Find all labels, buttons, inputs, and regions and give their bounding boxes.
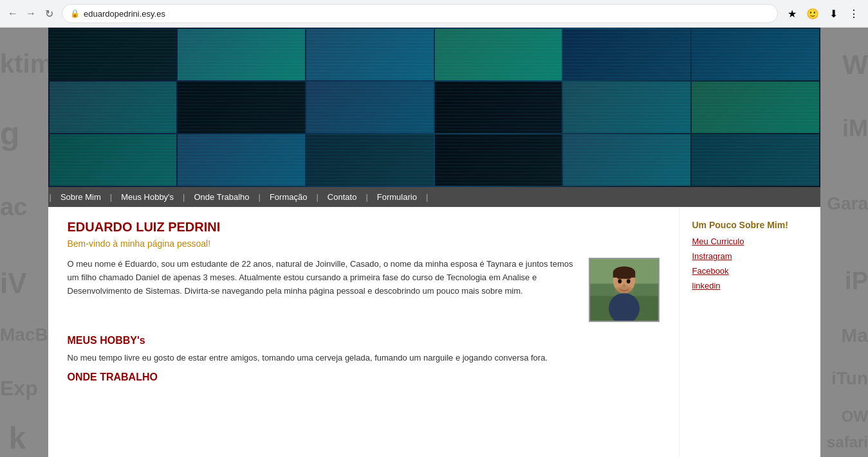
office-window xyxy=(692,29,819,80)
office-window xyxy=(435,29,562,80)
word-cloud-word: safari xyxy=(827,433,868,451)
office-window xyxy=(50,29,177,80)
sidebar-link-instagram[interactable]: Instragram xyxy=(692,251,808,261)
word-cloud-word: OW xyxy=(842,408,868,426)
office-window xyxy=(563,29,690,80)
nav-separator: | xyxy=(109,187,113,207)
svg-point-6 xyxy=(618,279,622,283)
sidebar-link-linkedin[interactable]: linkedin xyxy=(692,281,808,291)
word-cloud-word: W xyxy=(842,49,868,80)
office-window xyxy=(692,134,819,186)
trabalho-heading: ONDE TRABALHO xyxy=(68,372,660,383)
office-window xyxy=(563,134,690,186)
bio-text: O meu nome é Eduardo, sou um estudante d… xyxy=(68,258,576,322)
office-window xyxy=(306,134,434,186)
office-window xyxy=(50,134,177,186)
office-window xyxy=(178,29,305,80)
office-window xyxy=(178,82,305,133)
nav-item-formulario[interactable]: Formulario xyxy=(369,187,425,207)
word-cloud-word: ac xyxy=(0,193,27,221)
hobbys-heading: MEUS HOBBY's xyxy=(68,335,660,346)
profile-photo xyxy=(589,258,660,322)
profile-svg xyxy=(590,259,658,321)
address-bar[interactable]: 🔒 eduardopedrini.esy.es xyxy=(62,4,778,23)
nav-buttons: ← → ↻ xyxy=(5,6,57,21)
svg-rect-8 xyxy=(617,278,622,279)
nav-separator: | xyxy=(425,187,429,207)
svg-rect-5 xyxy=(613,273,635,278)
nav-item-sobre-mim[interactable]: Sobre Mim xyxy=(53,187,109,207)
url-text: eduardopedrini.esy.es xyxy=(84,9,770,19)
nav-bar: | Sobre Mim | Meus Hobby's | Onde Trabal… xyxy=(48,187,820,207)
page-title: EDUARDO LUIZ PEDRINI xyxy=(68,220,660,235)
word-cloud-word: k xyxy=(8,420,26,456)
nav-item-meus-hobbys[interactable]: Meus Hobby's xyxy=(113,187,181,207)
word-cloud-word: iM xyxy=(842,115,868,142)
site-content: | Sobre Mim | Meus Hobby's | Onde Trabal… xyxy=(48,28,820,457)
svg-point-7 xyxy=(626,279,630,283)
svg-point-13 xyxy=(614,286,633,294)
office-window xyxy=(178,134,305,186)
reload-button[interactable]: ↻ xyxy=(41,6,57,21)
bookmark-button[interactable]: ★ xyxy=(783,4,801,22)
bio-section: O meu nome é Eduardo, sou um estudante d… xyxy=(68,258,660,322)
menu-button[interactable]: ⋮ xyxy=(845,4,863,22)
nav-separator: | xyxy=(315,187,319,207)
word-cloud-word: iP xyxy=(845,267,868,295)
nav-item-onde-trabalho[interactable]: Onde Trabalho xyxy=(187,187,257,207)
hero-banner xyxy=(48,28,820,187)
word-cloud-word: g xyxy=(0,115,20,152)
back-button[interactable]: ← xyxy=(5,6,21,21)
browser-actions: ★ 🙂 ⬇ ⋮ xyxy=(783,4,863,22)
browser-chrome: ← → ↻ 🔒 eduardopedrini.esy.es ★ 🙂 ⬇ ⋮ xyxy=(0,0,868,28)
main-layout: EDUARDO LUIZ PEDRINI Bem-vindo à minha p… xyxy=(48,207,820,457)
forward-button[interactable]: → xyxy=(23,6,39,21)
account-button[interactable]: 🙂 xyxy=(804,4,822,22)
word-cloud-word: iV xyxy=(0,267,27,300)
browser-toolbar: ← → ↻ 🔒 eduardopedrini.esy.es ★ 🙂 ⬇ ⋮ xyxy=(0,0,868,27)
nav-item-contato[interactable]: Contato xyxy=(320,187,365,207)
nav-separator: | xyxy=(48,187,53,207)
word-cloud-word: ktim xyxy=(0,49,53,78)
svg-rect-9 xyxy=(625,278,631,279)
office-window xyxy=(435,82,562,133)
nav-separator: | xyxy=(364,187,369,207)
hobbys-text: No meu tempo livre eu gosto de estar ent… xyxy=(68,352,660,365)
word-cloud-word: Gara xyxy=(827,193,868,214)
content-area: EDUARDO LUIZ PEDRINI Bem-vindo à minha p… xyxy=(48,207,679,457)
nav-item-formacao[interactable]: Formação xyxy=(262,187,315,207)
word-cloud-word: Exp xyxy=(0,377,38,400)
lock-icon: 🔒 xyxy=(70,9,80,18)
page-subtitle: Bem-vindo à minha página pessoal! xyxy=(68,238,660,249)
page-wrapper: ktim g ac iV MacBook Exp k W iM Gara iP … xyxy=(0,28,868,457)
sidebar-link-curriculo[interactable]: Meu Curriculo xyxy=(692,237,808,246)
office-window xyxy=(692,82,819,133)
sidebar-link-facebook[interactable]: Facebook xyxy=(692,266,808,276)
word-cloud-word: Ma xyxy=(841,325,868,346)
nav-separator: | xyxy=(257,187,262,207)
office-window xyxy=(50,82,177,133)
nav-separator: | xyxy=(181,187,186,207)
word-cloud-word: iTun xyxy=(831,368,868,389)
office-window xyxy=(435,134,562,186)
office-window xyxy=(306,82,434,133)
sidebar: Um Pouco Sobre Mim! Meu Curriculo Instra… xyxy=(679,207,820,457)
download-button[interactable]: ⬇ xyxy=(824,4,842,22)
office-window xyxy=(563,82,690,133)
sidebar-heading: Um Pouco Sobre Mim! xyxy=(692,220,808,230)
office-window xyxy=(306,29,434,80)
